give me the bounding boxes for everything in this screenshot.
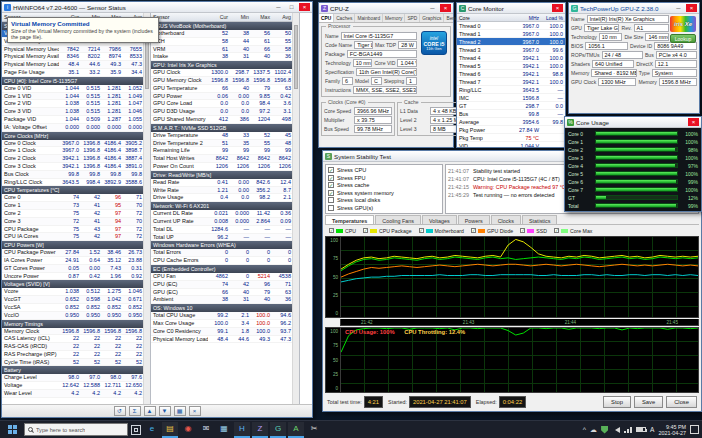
core-monitor-row[interactable]: Pkg Temp75 °C [457, 134, 565, 142]
sensor-row[interactable]: CAS Latency (tCL)22222222 [2, 335, 143, 343]
battery-icon[interactable] [636, 427, 646, 432]
cpuz-tab-graphics[interactable]: Graphics [420, 14, 444, 22]
sensor-row[interactable]: Voltage12.64212.58812.71112.650 [2, 382, 143, 390]
maximize-button[interactable]: □ [286, 3, 297, 11]
sensor-row[interactable]: CPU (EC)74429671 [151, 281, 292, 289]
sensor-row[interactable]: VccIO0.9500.9500.9500.950 [2, 312, 143, 320]
close-button[interactable]: × [440, 4, 451, 12]
hwinfo-title-bar[interactable]: i HWiNFO64 v7.20-4600 — Sensor Status ─ … [2, 2, 312, 13]
sensor-row[interactable]: Memory Clock1596.81596.81596.81596.8 [2, 328, 143, 336]
cpuz-tab-spd[interactable]: SPD [405, 14, 420, 22]
cpuz-tab-cpu[interactable]: CPU [319, 14, 334, 22]
sensor-row[interactable]: GPU Clock1300.0298.71337.51102.4 [151, 69, 292, 77]
sensor-row[interactable]: VccSA0.8520.8520.8520.852 [2, 304, 143, 312]
core-monitor-row[interactable]: Thread 53942.1100.0 [457, 62, 565, 70]
scrollbar-thumb[interactable] [294, 25, 298, 89]
sensor-row[interactable]: GPU Memory Clock1596.81596.81596.81596.8 [151, 77, 292, 85]
legend-item-core-max[interactable]: ✓Core Max [554, 228, 593, 234]
stability-tab-clocks[interactable]: Clocks [491, 215, 521, 224]
sensor-row[interactable]: GPU Temperature66407963 [151, 85, 292, 93]
close-button[interactable]: × [686, 4, 697, 12]
sensor-row[interactable]: Write Rate1.210.00356.28.7 [151, 187, 292, 195]
sensor-row[interactable]: GT Cores Power0.050.007.430.31 [2, 265, 143, 273]
stress-option-stress-cache[interactable]: ✓Stress cache [328, 182, 440, 188]
stability-tab-powers[interactable]: Powers [458, 215, 490, 224]
legend-item-motherboard[interactable]: ✓Motherboard [419, 228, 464, 234]
sensor-row[interactable]: PCH58446155 [151, 38, 292, 46]
action-center-icon[interactable] [690, 425, 699, 434]
stress-option-stress-local-disks[interactable]: Stress local disks [328, 197, 440, 203]
sensor-row[interactable]: Core 1 VID1.0440.5151.2811.049 [2, 93, 143, 101]
edge-taskbar-icon[interactable]: e [144, 422, 160, 438]
stress-option-stress-fpu[interactable]: ✓Stress FPU [328, 175, 440, 181]
onedrive-icon[interactable]: ☁ [590, 426, 597, 434]
sensor-row[interactable]: Core 3 VID1.0380.5151.2811.046 [2, 108, 143, 116]
sum-button[interactable]: Σ [129, 406, 141, 416]
task-view-button[interactable] [131, 425, 141, 435]
wifi-icon[interactable] [624, 427, 632, 433]
sensor-row[interactable]: Core 372419470 [2, 218, 143, 226]
sensor-row[interactable]: GPU (EC)66407963 [151, 289, 292, 297]
core-monitor-row[interactable]: Pkg Power27.84 W [457, 126, 565, 134]
sensor-row[interactable]: Power On Count1206120612061206 [151, 163, 292, 171]
close-button[interactable]: × [688, 118, 699, 126]
core-monitor-row[interactable]: Thread 43942.1100.0 [457, 54, 565, 62]
cpuz-tab-caches[interactable]: Caches [334, 14, 355, 22]
sensor-row[interactable]: RAS Precharge (tRP)22222222 [2, 351, 143, 359]
sensor-row[interactable]: Motherboard52385650 [151, 30, 292, 38]
sensor-row[interactable]: Total Host Writes8642864286428642 [151, 155, 292, 163]
core-usage-title-bar[interactable]: % Core Usage × [565, 117, 701, 128]
sensor-row[interactable]: Total CPU Usage99.22.1100.094.6 [151, 312, 292, 320]
sensor-row[interactable]: Read Rate0.410.00842.612.4 [151, 179, 292, 187]
sensor-row[interactable]: Core 074429671 [2, 194, 143, 202]
cpuz-title-bar[interactable]: Z CPU-Z ─ × [319, 3, 453, 14]
column-header-min[interactable]: Min [229, 13, 250, 21]
sensor-row[interactable]: Core 2 Clock3942.11396.84186.43887.4 [2, 155, 143, 163]
sensor-row[interactable]: Physical Memory Load48.444.649.347.3 [151, 336, 292, 344]
save-button[interactable]: Save [634, 396, 663, 408]
sensor-row[interactable]: Package VID1.0440.5091.2871.055 [2, 116, 143, 124]
tray-expand-icon[interactable]: ^ [583, 426, 586, 434]
core-monitor-row[interactable]: Bus99.8— [457, 110, 565, 118]
close-sensors-button[interactable]: × [189, 406, 201, 416]
legend-item-cpu[interactable]: ✓CPU [329, 228, 356, 234]
snipping-tool-taskbar-icon[interactable]: ✂ [306, 422, 322, 438]
stability-tab-cooling-fans[interactable]: Cooling Fans [375, 215, 421, 224]
chrome-taskbar-icon[interactable]: ◉ [180, 422, 196, 438]
column-header-cur[interactable]: Cur [208, 13, 229, 21]
stability-tab-statistics[interactable]: Statistics [522, 215, 558, 224]
sensor-row[interactable]: CPU IA Cores75429772 [2, 233, 143, 241]
close-button[interactable]: × [299, 3, 310, 11]
scrollbar-left[interactable] [143, 13, 150, 404]
language-indicator[interactable]: A [650, 426, 654, 433]
sensor-row[interactable]: Core 1 Clock3967.01396.84186.43898.7 [2, 147, 143, 155]
core-monitor-row[interactable]: Thread 63942.198.8 [457, 70, 565, 78]
security-shield-icon[interactable] [601, 426, 608, 434]
core-monitor-row[interactable]: IMC1596.8— [457, 94, 565, 102]
sensor-row[interactable]: Core 173419570 [2, 202, 143, 210]
core-monitor-row[interactable]: Thread 03967.0100.0 [457, 22, 565, 30]
file-explorer-taskbar-icon[interactable]: ▤ [162, 422, 178, 438]
sensor-row[interactable]: Drive Temperature 251355548 [151, 140, 292, 148]
sensor-row[interactable]: Current UP Rate0.0080.0002.8640.09 [151, 218, 292, 226]
taskbar-clock[interactable]: 9:45 PM 2021-04-27 [658, 424, 686, 436]
start-button[interactable] [3, 422, 21, 438]
sensor-row[interactable]: Total DL1284.6——— [151, 226, 292, 234]
gpuz-title-bar[interactable]: G TechPowerUp GPU-Z 2.38.0 ─ × [569, 3, 699, 14]
sensor-row[interactable]: CPU Package Power27.841.5238.4626.73 [2, 249, 143, 257]
hwinfo-taskbar-icon[interactable]: H [234, 422, 250, 438]
sensor-row[interactable]: Core 2 VID1.0380.5151.2811.047 [2, 100, 143, 108]
sensor-row[interactable]: Core 0 VID1.0440.5151.2811.052 [2, 85, 143, 93]
cpuz-tab-memory[interactable]: Memory [383, 14, 405, 22]
core-monitor-row[interactable]: Thread 73942.1100.0 [457, 78, 565, 86]
reset-min-max-button[interactable]: ↺ [114, 406, 126, 416]
move-up-button[interactable]: ▲ [144, 406, 156, 416]
store-taskbar-icon[interactable]: ▦ [216, 422, 232, 438]
sensor-row[interactable]: RAS-CAS (tRCD)22222222 [2, 343, 143, 351]
gpu-z-taskbar-icon[interactable]: G [270, 422, 286, 438]
sensor-row[interactable]: Vcore1.0380.5121.2751.046 [2, 288, 143, 296]
sensor-row[interactable]: Core 275429772 [2, 210, 143, 218]
sensor-row[interactable]: Core C0 Residency99.11.8100.093.7 [151, 328, 292, 336]
sensor-row[interactable]: Remaining Life99999999 [151, 147, 292, 155]
core-monitor-row[interactable]: Thread 13967.0100.0 [457, 30, 565, 38]
